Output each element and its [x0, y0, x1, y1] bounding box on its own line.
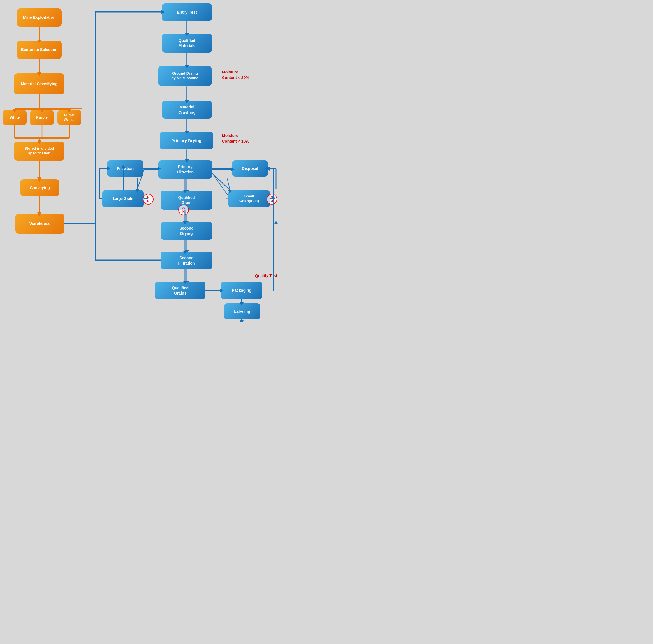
primary-drying-box: Primary Drying — [160, 132, 213, 149]
stored-box: Stored in divided specification — [14, 142, 65, 161]
moisture-annotation-1: MoistureContent < 20% — [222, 70, 249, 80]
filtration-box: Filtration — [107, 160, 144, 176]
white-box: White — [3, 110, 27, 125]
conveying-box: Conveying — [20, 180, 59, 196]
moisture-annotation-2: MoistureContent < 10% — [222, 133, 249, 144]
material-crushing-box: MaterialCrushing — [162, 101, 212, 119]
disposal-box: Disposal — [232, 160, 268, 176]
quality-test-annotation: Quality Test — [255, 273, 277, 279]
flowchart: Mine Exploitation Bentonite Selection Ma… — [0, 0, 326, 322]
ok-circle: OK — [178, 205, 189, 215]
labeling-box: Labeling — [224, 303, 260, 319]
warehouse-left-box: Warehouse — [16, 214, 65, 234]
large-grain-box: Large Grain — [102, 190, 144, 207]
qualified-materials-box: QualifiedMaterials — [162, 33, 212, 53]
svg-marker-46 — [240, 320, 244, 322]
svg-line-63 — [227, 178, 230, 189]
purple-box: Purple — [30, 110, 54, 125]
mine-exploitation-box: Mine Exploitation — [17, 8, 62, 27]
bentonite-selection-box: Bentonite Selection — [17, 41, 62, 59]
second-drying-box: SecondDrying — [161, 222, 213, 240]
entry-test-box: Entry Test — [162, 3, 212, 21]
packaging-box: Packaging — [221, 282, 262, 299]
qualified-grains-box: QualifiedGrains — [155, 282, 205, 299]
no-circle-1: NO — [143, 194, 153, 205]
material-classifying-box: Material Classifying — [14, 73, 65, 94]
small-grain-box: SmallGrain(dust) — [228, 190, 270, 207]
second-filtration-box: SecondFiltration — [161, 252, 213, 269]
svg-line-61 — [212, 172, 230, 198]
svg-marker-67 — [274, 221, 278, 224]
svg-line-109 — [212, 173, 230, 190]
no-circle-2: NO — [267, 194, 277, 205]
primary-filtration-box: PrimaryFiltration — [158, 160, 212, 178]
purple-white-box: Purple /White — [57, 110, 81, 125]
ground-drying-box: Ground Dryingby air-sunshing — [158, 66, 212, 86]
